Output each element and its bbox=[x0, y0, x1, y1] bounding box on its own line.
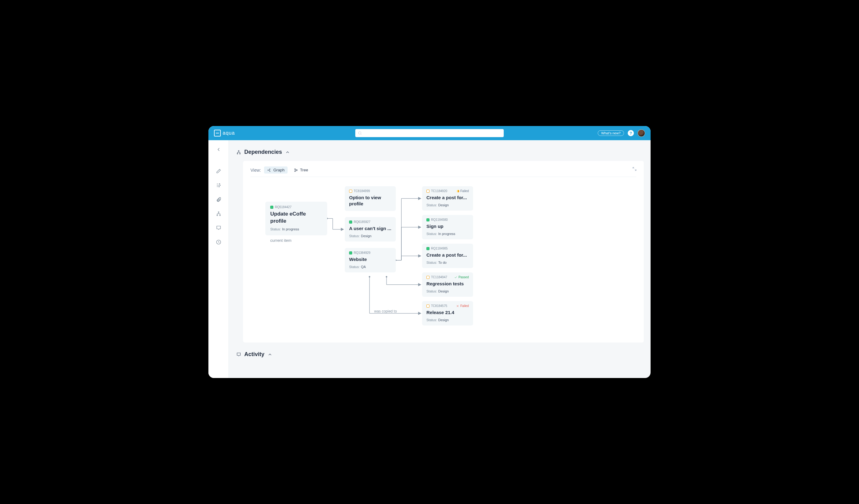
status-label: Status: bbox=[426, 318, 437, 322]
status-label: Status: bbox=[426, 232, 437, 236]
card-title: Create a post for... bbox=[426, 252, 469, 258]
steps-icon[interactable] bbox=[214, 181, 223, 190]
type-tc-icon bbox=[426, 276, 430, 279]
type-tc-icon bbox=[349, 190, 352, 193]
type-tc-icon bbox=[426, 304, 430, 308]
card-title: Option to view profile bbox=[349, 194, 391, 207]
hierarchy-icon bbox=[236, 150, 241, 155]
activity-icon bbox=[236, 352, 241, 357]
edge-label-copied: was copied to bbox=[374, 309, 397, 313]
card-id: TC8184575 bbox=[431, 304, 447, 308]
type-rq-icon bbox=[270, 206, 273, 209]
card-id: TC8184999 bbox=[354, 189, 370, 193]
type-rq-icon bbox=[426, 218, 430, 221]
card-title: Regression tests bbox=[426, 281, 469, 287]
status-value: Design bbox=[438, 203, 449, 207]
card[interactable]: RQ1184985 Create a post for... Status:To… bbox=[422, 244, 473, 268]
svg-point-32 bbox=[386, 276, 388, 278]
view-graph-button[interactable]: Graph bbox=[264, 167, 288, 174]
svg-point-9 bbox=[238, 151, 239, 151]
logo-icon bbox=[214, 130, 221, 137]
status-value: In progress bbox=[282, 227, 299, 231]
avatar[interactable] bbox=[637, 129, 645, 137]
svg-point-10 bbox=[237, 153, 238, 154]
attachment-icon[interactable] bbox=[214, 195, 223, 204]
svg-point-12 bbox=[268, 170, 268, 170]
status-value: Design bbox=[438, 289, 449, 293]
card[interactable]: TC1184920 Failed Create a post for... St… bbox=[422, 186, 473, 210]
chevron-up-icon[interactable] bbox=[268, 352, 272, 357]
svg-point-6 bbox=[217, 215, 218, 216]
comment-icon[interactable] bbox=[214, 224, 223, 232]
svg-rect-16 bbox=[295, 171, 296, 171]
status-value: Design bbox=[361, 234, 371, 238]
dependencies-title: Dependencies bbox=[244, 149, 282, 155]
card-id: TC1184920 bbox=[431, 189, 447, 193]
card-id: TC1184947 bbox=[431, 275, 447, 279]
chevron-up-icon[interactable] bbox=[285, 150, 290, 155]
whats-new-button[interactable]: What's new? bbox=[598, 130, 624, 136]
card[interactable]: TC8184575 Failed Release 21.4 Status:Des… bbox=[422, 301, 473, 326]
card-id: RQ5184427 bbox=[275, 205, 291, 209]
search-input[interactable] bbox=[355, 129, 504, 137]
svg-point-0 bbox=[358, 131, 361, 134]
svg-point-7 bbox=[220, 215, 221, 216]
status-label: Status: bbox=[426, 261, 437, 264]
card-title: A user can't sign ... bbox=[349, 225, 391, 232]
view-tree-button[interactable]: Tree bbox=[291, 167, 311, 174]
status-label: Status: bbox=[349, 265, 360, 269]
card[interactable]: TC8184999 Option to view profile bbox=[345, 186, 396, 211]
type-rq-icon bbox=[349, 221, 352, 224]
card-root[interactable]: RQ5184427 Update eCoffe profile Status:I… bbox=[265, 202, 327, 235]
hierarchy-icon[interactable] bbox=[214, 209, 223, 218]
status-value: Design bbox=[438, 318, 449, 322]
card-id: RQ6185927 bbox=[354, 220, 371, 224]
brand-logo[interactable]: aqua bbox=[214, 130, 235, 137]
history-icon[interactable] bbox=[214, 238, 223, 247]
view-label: View: bbox=[251, 168, 261, 173]
type-rq-icon bbox=[426, 247, 430, 250]
card-id: RQ1384929 bbox=[354, 251, 371, 254]
svg-line-1 bbox=[361, 134, 361, 135]
sidebar bbox=[208, 140, 229, 378]
card-id: RQ1184580 bbox=[431, 218, 448, 221]
x-icon bbox=[456, 304, 459, 308]
status-value: To do bbox=[438, 261, 447, 264]
status-value: QA bbox=[361, 265, 366, 269]
expand-icon bbox=[632, 167, 637, 171]
card-title: Website bbox=[349, 256, 391, 263]
type-tc-icon bbox=[426, 190, 430, 193]
main-area: Dependencies View: Graph Tree bbox=[229, 140, 651, 378]
dependencies-header[interactable]: Dependencies bbox=[236, 149, 644, 155]
status-label: Status: bbox=[426, 289, 437, 293]
check-icon bbox=[454, 276, 457, 279]
dependencies-panel: View: Graph Tree RQ5184427 Update eCo bbox=[243, 161, 644, 343]
svg-point-2 bbox=[219, 184, 220, 184]
card[interactable]: TC1184947 Passed Regression tests Status… bbox=[422, 272, 473, 297]
card[interactable]: RQ1384929 Website Status:QA bbox=[345, 248, 396, 272]
activity-header[interactable]: Activity bbox=[236, 351, 644, 358]
card-title: Create a post for... bbox=[426, 194, 469, 201]
card[interactable]: RQ1184580 Sign up Status:In progress bbox=[422, 215, 473, 239]
svg-point-35 bbox=[369, 276, 371, 278]
svg-rect-15 bbox=[295, 169, 296, 170]
activity-title: Activity bbox=[244, 351, 265, 358]
status-label: Status: bbox=[349, 234, 360, 238]
edit-icon[interactable] bbox=[214, 167, 223, 175]
status-label: Status: bbox=[426, 203, 437, 207]
top-bar: aqua What's new? ? bbox=[208, 126, 651, 140]
status-label: Status: bbox=[270, 227, 281, 231]
type-rq-icon bbox=[349, 251, 352, 254]
half-circle-icon bbox=[457, 190, 459, 192]
card-title: Release 21.4 bbox=[426, 310, 469, 316]
back-icon[interactable] bbox=[214, 145, 223, 154]
search-icon bbox=[358, 131, 362, 135]
help-button[interactable]: ? bbox=[628, 130, 634, 136]
expand-button[interactable] bbox=[632, 167, 637, 173]
graph-icon bbox=[267, 168, 271, 172]
dependency-graph: RQ5184427 Update eCoffe profile Status:I… bbox=[251, 183, 636, 331]
card[interactable]: RQ6185927 A user can't sign ... Status:D… bbox=[345, 217, 396, 241]
svg-point-3 bbox=[220, 185, 220, 186]
svg-point-4 bbox=[218, 186, 219, 187]
svg-point-11 bbox=[240, 153, 241, 154]
